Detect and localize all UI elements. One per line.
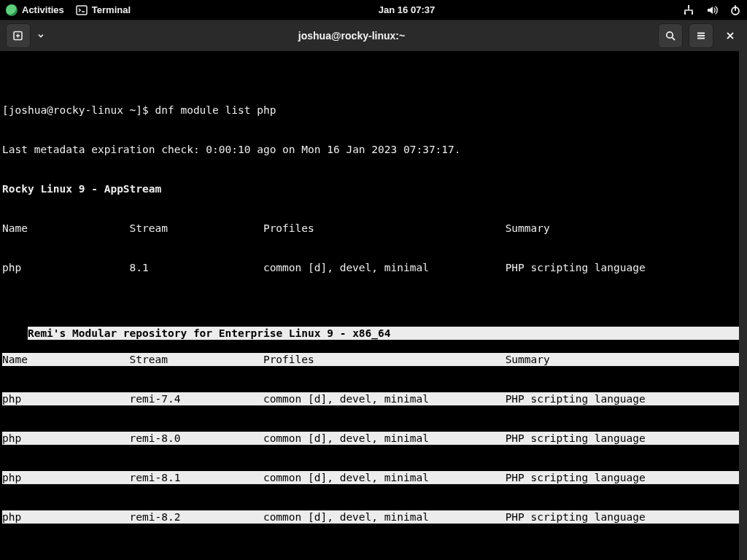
terminal-content: [joshua@rocky-linux ~]$ dnf module list … xyxy=(0,77,747,560)
app-menu-terminal[interactable]: Terminal xyxy=(76,4,131,16)
distro-logo-icon xyxy=(6,4,18,16)
metadata-check-line: Last metadata expiration check: 0:00:10 … xyxy=(2,143,745,156)
network-icon[interactable] xyxy=(683,4,694,16)
app-menu-label: Terminal xyxy=(92,4,131,15)
svg-rect-0 xyxy=(77,6,87,15)
volume-icon[interactable] xyxy=(706,4,718,16)
new-tab-button[interactable] xyxy=(6,23,31,48)
col-header-summary: Summary xyxy=(506,222,550,235)
table-header-row: Name Stream Profiles Summary xyxy=(2,222,745,235)
activities-button[interactable]: Activities xyxy=(6,4,64,16)
close-button[interactable] xyxy=(719,25,741,47)
gnome-top-bar: Activities Terminal Jan 16 07:37 xyxy=(0,0,747,20)
table-row: php remi-8.2 common [d], devel, minimal … xyxy=(2,510,745,524)
terminal-icon xyxy=(76,4,88,16)
table-header-row: Name Stream Profiles Summary xyxy=(2,353,745,366)
hamburger-menu-button[interactable] xyxy=(689,23,713,48)
col-header-profiles: Profiles xyxy=(263,222,506,235)
table-row: php 8.1 common [d], devel, minimal PHP s… xyxy=(2,261,745,274)
table-row: php remi-8.0 common [d], devel, minimal … xyxy=(2,432,745,445)
activities-label: Activities xyxy=(22,4,64,15)
svg-rect-3 xyxy=(692,12,693,15)
svg-rect-1 xyxy=(688,5,689,8)
window-title: joshua@rocky-linux:~ xyxy=(51,30,652,42)
new-tab-chevron-icon[interactable] xyxy=(36,30,45,42)
prompt-text: [joshua@rocky-linux ~]$ xyxy=(2,104,155,116)
col-header-name: Name xyxy=(2,222,130,235)
terminal-viewport[interactable]: [joshua@rocky-linux ~]$ dnf module list … xyxy=(0,51,747,560)
command-text: dnf module list php xyxy=(155,104,276,116)
table-row: php remi-7.4 common [d], devel, minimal … xyxy=(2,392,745,405)
clock-text: Jan 16 07:37 xyxy=(379,4,435,15)
vertical-scrollbar[interactable] xyxy=(739,51,747,560)
repo1-title: Rocky Linux 9 - AppStream xyxy=(2,182,745,195)
svg-point-6 xyxy=(667,32,673,38)
power-icon[interactable] xyxy=(729,4,741,16)
col-header-stream: Stream xyxy=(130,222,263,235)
search-button[interactable] xyxy=(658,23,683,48)
table-row: php remi-8.1 common [d], devel, minimal … xyxy=(2,471,745,484)
clock[interactable]: Jan 16 07:37 xyxy=(379,4,435,15)
svg-rect-2 xyxy=(684,12,686,15)
repo2-title: Remi's Modular repository for Enterprise… xyxy=(28,327,747,340)
window-header-bar: joshua@rocky-linux:~ xyxy=(0,20,747,51)
